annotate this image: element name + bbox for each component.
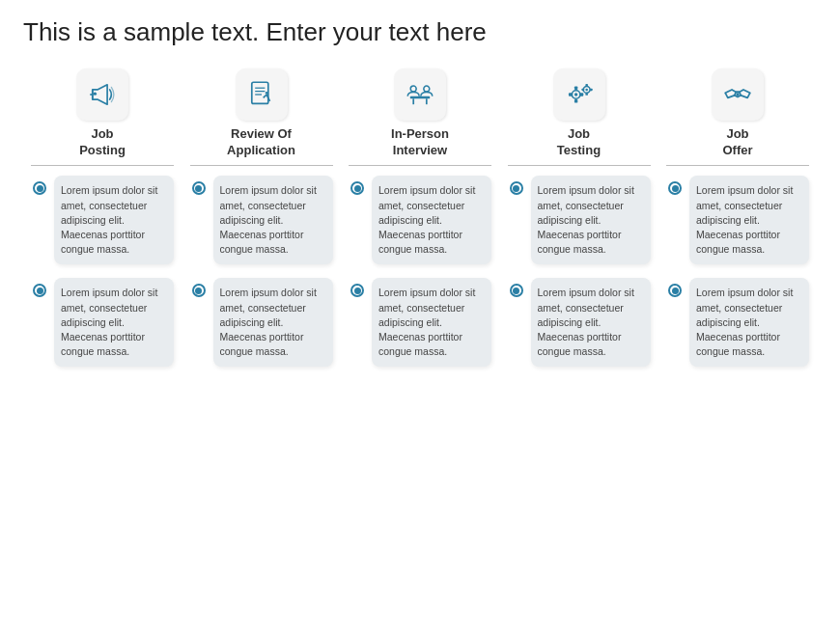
job-posting-icon-box [76, 68, 128, 121]
card-col-in-person-interview-card1: Lorem ipsum dolor sit amet, consectetuer… [349, 176, 491, 264]
bullet-outer [192, 181, 206, 195]
divider-line-0 [31, 165, 174, 167]
card-col-review-application-card2: Lorem ipsum dolor sit amet, consectetuer… [190, 278, 333, 367]
svg-point-22 [585, 89, 588, 92]
svg-point-14 [424, 86, 430, 92]
bullet-inner [37, 185, 43, 192]
bullet-review-application-card1 [190, 176, 208, 195]
svg-point-4 [94, 92, 97, 95]
card-col-review-application-card1: Lorem ipsum dolor sit amet, consectetuer… [190, 176, 333, 264]
bullet-job-testing-card2 [508, 278, 525, 297]
card-job-posting-card2: Lorem ipsum dolor sit amet, consectetuer… [54, 278, 174, 367]
bullet-inner [195, 288, 202, 294]
bullet-inner [672, 185, 679, 192]
svg-point-27 [736, 93, 739, 96]
divider-col-1 [190, 165, 333, 167]
bullet-job-offer-card2 [666, 278, 684, 297]
bullet-review-application-card2 [190, 278, 208, 297]
divider-col-0 [31, 165, 174, 167]
icon-col-job-testing: JobTesting [508, 68, 651, 159]
bullet-outer [33, 181, 46, 195]
bullet-outer [350, 284, 364, 297]
bullet-outer [350, 181, 364, 195]
svg-point-16 [574, 93, 576, 96]
bullet-inner [513, 288, 519, 294]
divider-line-3 [508, 165, 651, 167]
divider-col-2 [349, 165, 491, 167]
divider-line-2 [349, 165, 491, 167]
bullet-in-person-interview-card1 [349, 176, 366, 195]
card-col-job-offer-card1: Lorem ipsum dolor sit amet, consectetuer… [666, 176, 809, 264]
divider-col-4 [666, 165, 809, 167]
main-title: This is a sample text. Enter your text h… [23, 17, 817, 47]
bullet-job-posting-card1 [31, 176, 48, 195]
bullet-outer [668, 284, 682, 297]
bullet-inner [513, 185, 519, 192]
job-offer-label: JobOffer [722, 126, 752, 159]
card-col-job-testing-card2: Lorem ipsum dolor sit amet, consectetuer… [508, 278, 651, 367]
card-job-testing-card2: Lorem ipsum dolor sit amet, consectetuer… [531, 278, 651, 367]
svg-rect-10 [410, 96, 430, 99]
review-application-icon-box [236, 68, 288, 121]
card-col-job-posting-card2: Lorem ipsum dolor sit amet, consectetuer… [31, 278, 174, 367]
svg-rect-23 [585, 84, 588, 87]
card-in-person-interview-card2: Lorem ipsum dolor sit amet, consectetuer… [372, 278, 491, 367]
svg-point-9 [265, 92, 267, 95]
card-col-in-person-interview-card2: Lorem ipsum dolor sit amet, consectetuer… [349, 278, 491, 367]
divider-row [23, 165, 817, 167]
icon-col-in-person-interview: In-PersonInterview [349, 68, 491, 159]
bullet-outer [510, 284, 523, 297]
bullet-outer [510, 181, 523, 195]
page: This is a sample text. Enter your text h… [0, 0, 840, 630]
bullet-job-testing-card1 [508, 176, 525, 195]
svg-rect-17 [574, 87, 576, 90]
divider-line-4 [666, 165, 809, 167]
bullet-job-offer-card1 [666, 176, 684, 195]
bullet-inner [354, 185, 361, 192]
bullet-inner [37, 288, 43, 294]
bullet-inner [354, 288, 361, 294]
svg-rect-25 [581, 89, 584, 92]
card-col-job-offer-card2: Lorem ipsum dolor sit amet, consectetuer… [666, 278, 809, 367]
icon-row: JobPosting Review OfApplication In-Perso… [23, 68, 817, 159]
icon-col-review-application: Review OfApplication [190, 68, 333, 159]
bullet-inner [672, 288, 679, 294]
bullet-job-posting-card2 [31, 278, 48, 297]
svg-rect-20 [579, 93, 582, 96]
svg-rect-26 [590, 89, 593, 92]
card-in-person-interview-card1: Lorem ipsum dolor sit amet, consectetuer… [372, 176, 491, 264]
icon-col-job-posting: JobPosting [31, 68, 174, 159]
card-col-job-posting-card1: Lorem ipsum dolor sit amet, consectetuer… [31, 176, 174, 264]
bullet-outer [33, 284, 46, 297]
svg-rect-19 [568, 93, 571, 96]
job-testing-icon-box [553, 68, 605, 121]
review-application-label: Review OfApplication [227, 126, 295, 159]
bullet-in-person-interview-card2 [349, 278, 366, 297]
cards-row-1: Lorem ipsum dolor sit amet, consectetuer… [23, 176, 817, 264]
in-person-interview-label: In-PersonInterview [391, 126, 449, 159]
job-posting-label: JobPosting [79, 126, 126, 159]
svg-point-13 [410, 86, 416, 92]
job-offer-icon-box [712, 68, 764, 121]
card-review-application-card2: Lorem ipsum dolor sit amet, consectetuer… [213, 278, 333, 367]
cards-row-2: Lorem ipsum dolor sit amet, consectetuer… [23, 278, 817, 367]
svg-rect-18 [574, 99, 576, 102]
bullet-outer [668, 181, 682, 195]
timeline-section: JobPosting Review OfApplication In-Perso… [23, 68, 817, 380]
bullet-inner [195, 185, 202, 192]
card-job-offer-card1: Lorem ipsum dolor sit amet, consectetuer… [689, 176, 809, 264]
svg-rect-24 [585, 93, 588, 96]
divider-line-1 [190, 165, 333, 167]
card-col-job-testing-card1: Lorem ipsum dolor sit amet, consectetuer… [508, 176, 651, 264]
card-job-posting-card1: Lorem ipsum dolor sit amet, consectetuer… [54, 176, 174, 264]
job-testing-label: JobTesting [557, 126, 601, 159]
card-job-testing-card1: Lorem ipsum dolor sit amet, consectetuer… [531, 176, 651, 264]
in-person-interview-icon-box [394, 68, 446, 121]
bullet-outer [192, 284, 206, 297]
icon-col-job-offer: JobOffer [666, 68, 809, 159]
divider-col-3 [508, 165, 651, 167]
card-job-offer-card2: Lorem ipsum dolor sit amet, consectetuer… [689, 278, 809, 367]
card-review-application-card1: Lorem ipsum dolor sit amet, consectetuer… [213, 176, 333, 264]
